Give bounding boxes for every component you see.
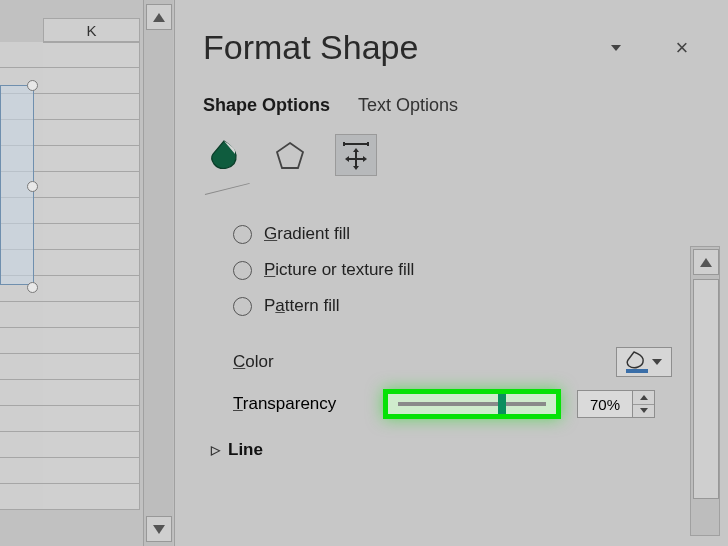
- pane-scrollbar[interactable]: [690, 246, 720, 536]
- transparency-slider[interactable]: [398, 402, 546, 406]
- stepper-down-button[interactable]: [633, 405, 654, 418]
- section-label: Line: [228, 440, 263, 460]
- radio-icon: [233, 297, 252, 316]
- transparency-label: Transparency: [233, 394, 383, 414]
- scrollbar-thumb[interactable]: [693, 279, 719, 499]
- color-row: Color: [203, 342, 728, 382]
- pane-tabs: Shape Options Text Options: [203, 95, 728, 118]
- fill-line-category-icon[interactable]: [203, 134, 245, 176]
- svg-marker-9: [363, 156, 367, 162]
- worksheet-area: K: [0, 0, 175, 546]
- worksheet-scrollbar[interactable]: [143, 0, 173, 546]
- transparency-value-input[interactable]: 70%: [577, 390, 633, 418]
- radio-picture-fill[interactable]: Picture or texture fill: [233, 252, 728, 288]
- transparency-slider-highlight: [383, 389, 561, 419]
- svg-marker-8: [345, 156, 349, 162]
- chevron-down-icon: [153, 525, 165, 534]
- chevron-down-icon: [652, 359, 662, 365]
- shape-handle-bottom[interactable]: [27, 282, 38, 293]
- effects-category-icon[interactable]: [269, 134, 311, 176]
- radio-label: Picture or texture fill: [264, 260, 414, 280]
- column-cells[interactable]: [43, 42, 140, 522]
- scroll-up-button[interactable]: [693, 249, 719, 275]
- column-header-k[interactable]: K: [43, 18, 140, 42]
- radio-icon: [233, 261, 252, 280]
- radio-pattern-fill[interactable]: Pattern fill: [233, 288, 728, 324]
- format-shape-pane: Format Shape × Shape Options Text Option…: [175, 0, 728, 546]
- color-label: Color: [233, 352, 383, 372]
- tab-shape-options[interactable]: Shape Options: [203, 95, 330, 118]
- chevron-down-icon: [611, 45, 621, 51]
- pane-title: Format Shape: [203, 28, 563, 67]
- svg-marker-7: [353, 166, 359, 170]
- color-picker-button[interactable]: [616, 347, 672, 377]
- pane-options-button[interactable]: [603, 35, 629, 61]
- shape-handle-middle[interactable]: [27, 181, 38, 192]
- fill-options-group: Gradient fill Picture or texture fill Pa…: [203, 216, 728, 324]
- scroll-up-button[interactable]: [146, 4, 172, 30]
- close-icon: ×: [676, 37, 689, 59]
- svg-marker-6: [353, 148, 359, 152]
- expander-icon: ▷: [211, 443, 220, 457]
- stepper-up-button[interactable]: [633, 391, 654, 405]
- chevron-up-icon: [700, 258, 712, 267]
- radio-icon: [233, 225, 252, 244]
- chevron-down-icon: [640, 408, 648, 413]
- size-properties-category-icon[interactable]: [335, 134, 377, 176]
- radio-label: Pattern fill: [264, 296, 340, 316]
- scroll-down-button[interactable]: [146, 516, 172, 542]
- chevron-up-icon: [640, 395, 648, 400]
- tab-text-options[interactable]: Text Options: [358, 95, 458, 118]
- shape-handle-top[interactable]: [27, 80, 38, 91]
- fill-color-icon: [626, 351, 648, 373]
- svg-marker-0: [277, 143, 303, 168]
- pane-close-button[interactable]: ×: [669, 35, 695, 61]
- radio-gradient-fill[interactable]: Gradient fill: [233, 216, 728, 252]
- radio-label: Gradient fill: [264, 224, 350, 244]
- section-line[interactable]: ▷ Line: [203, 440, 728, 460]
- slider-thumb[interactable]: [498, 394, 506, 414]
- category-icons: [203, 134, 728, 176]
- section-divider: [205, 186, 265, 202]
- chevron-up-icon: [153, 13, 165, 22]
- transparency-stepper: [633, 390, 655, 418]
- transparency-row: Transparency 70%: [203, 382, 728, 426]
